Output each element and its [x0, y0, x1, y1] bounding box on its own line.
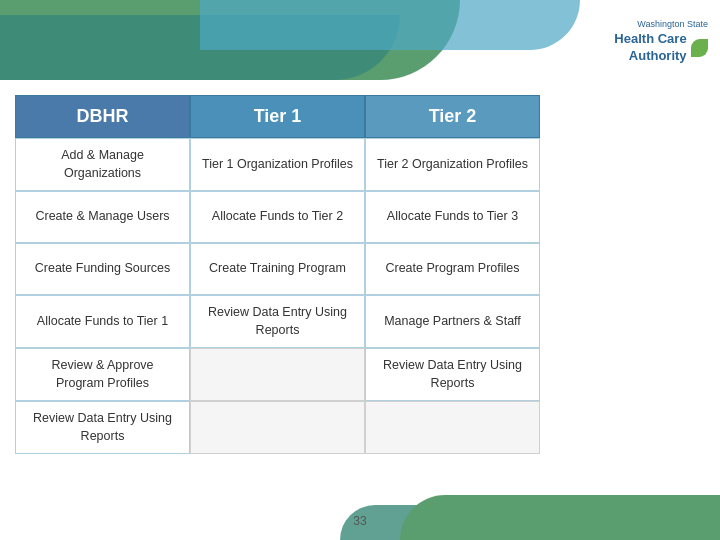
cell-r3-dbhr: Create Funding Sources — [15, 243, 190, 295]
page-number: 33 — [353, 514, 366, 528]
logo-line2: Health Care Authority — [558, 31, 687, 65]
cell-r4-tier2: Manage Partners & Staff — [365, 295, 540, 348]
col-header-dbhr: DBHR — [15, 95, 190, 138]
cell-r3-tier2: Create Program Profiles — [365, 243, 540, 295]
cell-r1-tier1: Tier 1 Organization Profiles — [190, 138, 365, 191]
col-header-tier2: Tier 2 — [365, 95, 540, 138]
wave-bottom-green — [400, 495, 720, 540]
cell-r3-tier1: Create Training Program — [190, 243, 365, 295]
main-content: DBHR Tier 1 Tier 2 Add & Manage Organiza… — [15, 95, 705, 500]
logo-leaf-icon — [691, 39, 708, 57]
logo-line1: Washington State — [637, 19, 708, 31]
cell-r1-dbhr: Add & Manage Organizations — [15, 138, 190, 191]
cell-r2-dbhr: Create & Manage Users — [15, 191, 190, 243]
cell-r2-tier1: Allocate Funds to Tier 2 — [190, 191, 365, 243]
cell-r4-tier1: Review Data Entry Using Reports — [190, 295, 365, 348]
cell-r1-tier2: Tier 2 Organization Profiles — [365, 138, 540, 191]
cell-r6-tier1 — [190, 401, 365, 454]
cell-r5-tier1 — [190, 348, 365, 401]
logo-area: Washington State Health Care Authority — [558, 8, 708, 76]
grid-container: DBHR Tier 1 Tier 2 Add & Manage Organiza… — [15, 95, 540, 454]
cell-r5-dbhr: Review & Approve Program Profiles — [15, 348, 190, 401]
wave-blue — [200, 0, 580, 50]
cell-r2-tier2: Allocate Funds to Tier 3 — [365, 191, 540, 243]
cell-r6-dbhr: Review Data Entry Using Reports — [15, 401, 190, 454]
cell-r5-tier2: Review Data Entry Using Reports — [365, 348, 540, 401]
col-header-tier1: Tier 1 — [190, 95, 365, 138]
cell-r4-dbhr: Allocate Funds to Tier 1 — [15, 295, 190, 348]
cell-r6-tier2 — [365, 401, 540, 454]
